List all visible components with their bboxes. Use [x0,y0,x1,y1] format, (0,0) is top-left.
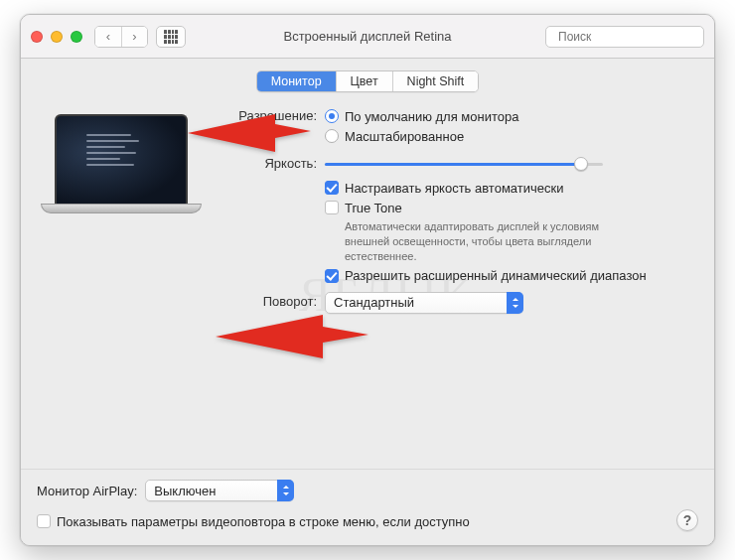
minimize-icon[interactable] [51,31,63,43]
forward-button[interactable]: › [121,27,147,47]
slider-thumb[interactable] [574,157,588,171]
hdr-checkbox[interactable]: Разрешить расширенный динамический диапа… [325,266,696,286]
nav-back-forward: ‹ › [94,26,148,48]
checkbox-label: Показывать параметры видеоповтора в стро… [57,514,470,529]
close-icon[interactable] [31,31,43,43]
rotation-label: Поворот: [214,292,325,309]
select-value: Выключен [154,484,216,498]
radio-icon [325,109,339,123]
resolution-scaled-radio[interactable]: Масштабированное [325,126,696,146]
checkbox-label: True Tone [345,201,402,215]
select-value: Стандартный [334,295,414,310]
truetone-checkbox[interactable]: True Tone [325,198,696,217]
truetone-description: Автоматически адаптировать дисплей к усл… [325,217,623,266]
svg-marker-3 [216,315,368,358]
resolution-label: Разрешение: [214,106,325,123]
radio-label: По умолчанию для монитора [345,109,518,124]
help-button[interactable]: ? [676,509,698,531]
radio-icon [325,129,339,143]
show-mirroring-checkbox[interactable]: Показывать параметры видеоповтора в стро… [37,511,698,531]
tab-color[interactable]: Цвет [336,71,392,91]
tab-night-shift[interactable]: Night Shift [392,71,479,91]
slider-fill [325,163,581,166]
preferences-window: ‹ › Встроенный дисплей Retina ЯБЛЫК Мони… [20,14,715,546]
auto-brightness-checkbox[interactable]: Настраивать яркость автоматически [325,178,696,198]
chevron-up-down-icon [507,292,523,314]
checkbox-icon [325,201,339,214]
resolution-default-radio[interactable]: По умолчанию для монитора [325,106,696,126]
laptop-base-icon [41,204,202,213]
slider-track [325,163,603,166]
checkbox-label: Настраивать яркость автоматически [345,181,563,196]
rotation-select[interactable]: Стандартный [325,292,523,314]
zoom-icon[interactable] [71,31,82,43]
search-field[interactable] [545,26,704,48]
radio-label: Масштабированное [345,129,464,144]
display-preview [41,114,202,233]
airplay-label: Монитор AirPlay: [37,484,137,498]
back-button[interactable]: ‹ [95,27,121,47]
brightness-slider[interactable] [325,154,603,174]
airplay-select[interactable]: Выключен [145,480,294,501]
checkbox-icon [325,181,339,195]
search-input[interactable] [556,29,709,45]
tab-monitor[interactable]: Монитор [257,71,336,91]
checkbox-icon [325,269,339,283]
window-controls [31,31,86,43]
checkbox-label: Разрешить расширенный динамический диапа… [345,268,647,283]
grid-icon [164,30,178,44]
show-all-button[interactable] [156,26,186,48]
pane-body: ЯБЛЫК Монитор Цвет Night Shift Разрешени… [21,59,714,469]
chevron-up-down-icon [277,480,294,501]
tab-bar: Монитор Цвет Night Shift [256,70,480,92]
titlebar: ‹ › Встроенный дисплей Retina [21,15,714,59]
checkbox-icon [37,514,51,528]
settings-form: Разрешение: По умолчанию для монитора Ма… [208,106,696,320]
laptop-screen-icon [55,114,188,206]
footer: Монитор AirPlay: Выключен Показывать пар… [21,469,714,545]
brightness-label: Яркость: [214,154,325,171]
